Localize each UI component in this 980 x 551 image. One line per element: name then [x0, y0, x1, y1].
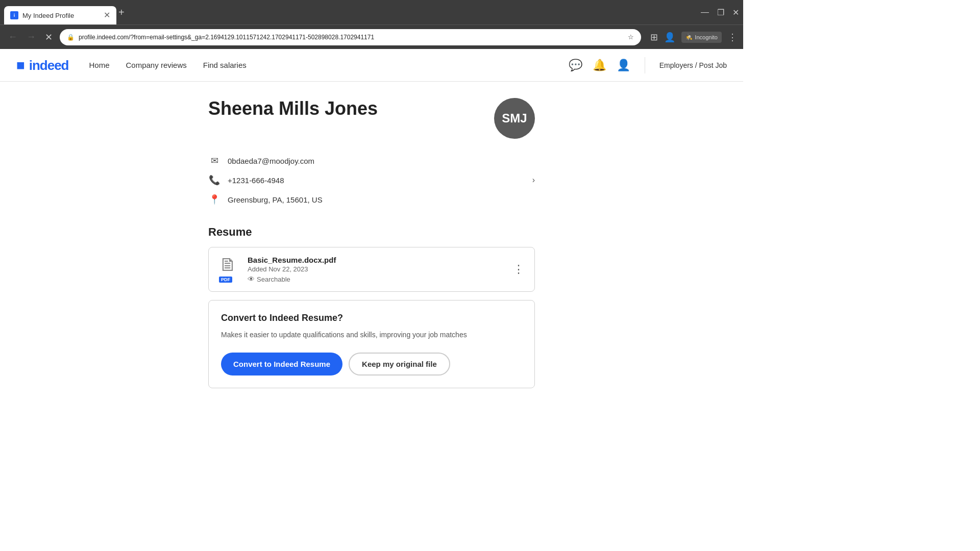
convert-card-title: Convert to Indeed Resume?	[221, 313, 522, 323]
searchable-label: Searchable	[257, 276, 290, 283]
resume-info: Basic_Resume.docx.pdf Added Nov 22, 2023…	[248, 256, 505, 283]
resume-searchable: 👁 Searchable	[248, 275, 505, 283]
resume-filename: Basic_Resume.docx.pdf	[248, 256, 505, 264]
phone-icon: 📞	[208, 174, 220, 186]
profile-icon[interactable]: 👤	[664, 32, 675, 43]
window-controls: — ❐ ✕	[701, 8, 739, 17]
nav-company-reviews[interactable]: Company reviews	[126, 61, 187, 69]
indeed-logo[interactable]: ■ indeed	[16, 57, 69, 73]
address-bar[interactable]: 🔒 profile.indeed.com/?from=email-setting…	[60, 29, 641, 45]
location-value: Greensburg, PA, 15601, US	[228, 195, 323, 204]
convert-to-indeed-resume-button[interactable]: Convert to Indeed Resume	[221, 353, 342, 375]
document-icon: 🗎	[219, 256, 239, 274]
indeed-navbar: ■ indeed Home Company reviews Find salar…	[0, 49, 743, 82]
eye-icon: 👁	[248, 275, 255, 283]
nav-divider	[645, 57, 645, 73]
minimize-button[interactable]: —	[701, 8, 709, 17]
browser-chrome: i My Indeed Profile ✕ + — ❐ ✕	[0, 0, 743, 24]
profile-container: Sheena Mills Jones SMJ ✉ 0bdaeda7@moodjo…	[208, 98, 535, 388]
resume-date: Added Nov 22, 2023	[248, 265, 505, 273]
main-content: Sheena Mills Jones SMJ ✉ 0bdaeda7@moodjo…	[0, 82, 743, 405]
forward-button[interactable]: →	[24, 30, 38, 44]
nav-home[interactable]: Home	[89, 61, 110, 69]
file-icon-wrap: 🗎 PDF	[219, 256, 239, 283]
active-tab[interactable]: i My Indeed Profile ✕	[4, 6, 116, 24]
location-icon: 📍	[208, 194, 220, 205]
lock-icon: 🔒	[67, 34, 75, 41]
keep-original-file-button[interactable]: Keep my original file	[349, 353, 450, 375]
convert-actions: Convert to Indeed Resume Keep my origina…	[221, 353, 522, 375]
avatar[interactable]: SMJ	[494, 98, 535, 139]
toolbar-icons: ⊞ 👤 🕵 Incognito ⋮	[650, 32, 737, 43]
tab-title: My Indeed Profile	[22, 12, 74, 19]
location-row: 📍 Greensburg, PA, 15601, US	[208, 194, 535, 205]
incognito-badge: 🕵 Incognito	[681, 32, 722, 43]
profile-name: Sheena Mills Jones	[208, 98, 378, 119]
resume-menu-button[interactable]: ⋮	[513, 263, 524, 276]
email-row: ✉ 0bdaeda7@moodjoy.com	[208, 155, 535, 166]
pdf-badge: PDF	[219, 277, 232, 283]
incognito-icon: 🕵	[685, 34, 693, 40]
maximize-button[interactable]: ❐	[717, 8, 724, 17]
email-value: 0bdaeda7@moodjoy.com	[228, 157, 314, 165]
messages-icon[interactable]: 💬	[569, 59, 582, 72]
reload-button[interactable]: ✕	[43, 30, 55, 45]
email-icon: ✉	[208, 155, 220, 166]
contact-info: ✉ 0bdaeda7@moodjoy.com 📞 +1231-666-4948 …	[208, 155, 535, 205]
url-text: profile.indeed.com/?from=email-settings&…	[79, 34, 624, 41]
menu-icon[interactable]: ⋮	[728, 32, 737, 43]
close-button[interactable]: ✕	[732, 8, 739, 17]
tab-favicon: i	[10, 11, 18, 19]
phone-value: +1231-666-4948	[228, 176, 284, 185]
tab-close-button[interactable]: ✕	[104, 11, 110, 19]
logo-text: indeed	[29, 58, 69, 73]
phone-row[interactable]: 📞 +1231-666-4948 ›	[208, 174, 535, 186]
nav-links: Home Company reviews Find salaries	[89, 61, 247, 69]
bookmark-icon[interactable]: ☆	[628, 33, 634, 41]
resume-file-card: 🗎 PDF Basic_Resume.docx.pdf Added Nov 22…	[208, 247, 535, 292]
account-icon[interactable]: 👤	[617, 59, 630, 72]
browser-toolbar: ← → ✕ 🔒 profile.indeed.com/?from=email-s…	[0, 24, 743, 49]
nav-find-salaries[interactable]: Find salaries	[203, 61, 247, 69]
employers-link[interactable]: Employers / Post Job	[659, 61, 727, 69]
extensions-icon[interactable]: ⊞	[650, 32, 658, 43]
browser-tabs: i My Indeed Profile ✕ +	[4, 0, 125, 24]
resume-section: Resume 🗎 PDF Basic_Resume.docx.pdf Added…	[208, 226, 535, 388]
incognito-label: Incognito	[695, 34, 718, 40]
notifications-icon[interactable]: 🔔	[593, 59, 606, 72]
phone-chevron-icon[interactable]: ›	[532, 176, 535, 185]
convert-card: Convert to Indeed Resume? Makes it easie…	[208, 300, 535, 388]
nav-right: 💬 🔔 👤 Employers / Post Job	[569, 57, 727, 73]
convert-card-description: Makes it easier to update qualifications…	[221, 330, 522, 340]
new-tab-button[interactable]: +	[118, 7, 125, 18]
profile-header: Sheena Mills Jones SMJ	[208, 98, 535, 139]
resume-section-title: Resume	[208, 226, 535, 239]
back-button[interactable]: ←	[6, 30, 19, 44]
